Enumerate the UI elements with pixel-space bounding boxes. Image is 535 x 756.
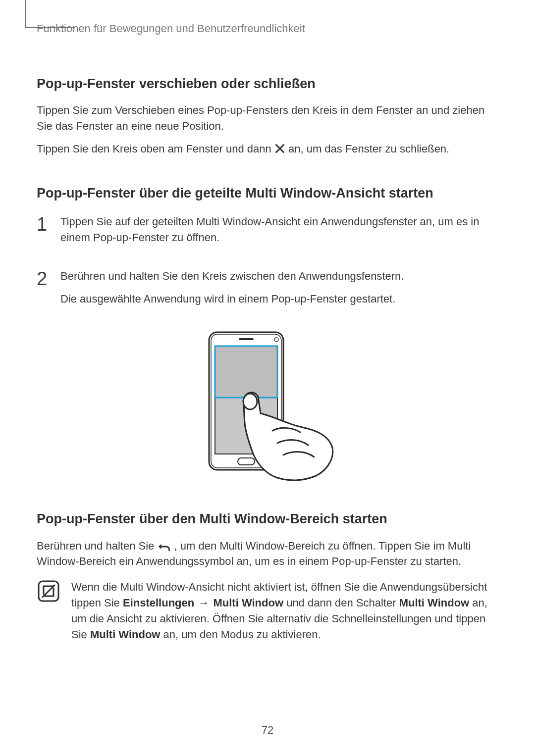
text: Berühren und halten Sie	[37, 540, 157, 552]
step-text: Tippen Sie auf der geteilten Multi Windo…	[60, 214, 498, 246]
step-text: Berühren und halten Sie den Kreis zwisch…	[60, 268, 404, 284]
note-text: Wenn die Multi Window-Ansicht nicht akti…	[71, 579, 498, 643]
corner-mark	[25, 0, 75, 28]
numbered-steps: 1 Tippen Sie auf der geteilten Multi Win…	[37, 214, 498, 314]
bold: Multi Window	[90, 628, 160, 641]
paragraph: Tippen Sie den Kreis oben am Fenster und…	[37, 141, 498, 157]
step-number: 2	[37, 268, 50, 314]
arrow-icon: →	[198, 595, 209, 611]
note-icon	[37, 579, 60, 603]
text: an, um den Modus zu aktivieren.	[163, 628, 321, 641]
phone-illustration	[37, 329, 498, 483]
close-x-icon	[274, 143, 285, 153]
note: Wenn die Multi Window-Ansicht nicht akti…	[37, 579, 498, 643]
text: und dann den Schalter	[286, 597, 399, 609]
svg-point-8	[243, 394, 257, 409]
step-text: Die ausgewählte Anwendung wird in einem …	[60, 291, 404, 307]
text: Tippen Sie den Kreis oben am Fenster und…	[37, 143, 274, 155]
heading-move-close-popup: Pop-up-Fenster verschieben oder schließe…	[37, 74, 498, 94]
bold: Multi Window	[213, 597, 283, 609]
running-head: Funktionen für Bewegungen und Benutzerfr…	[37, 20, 498, 37]
paragraph: Berühren und halten Sie , um den Multi W…	[37, 538, 498, 570]
page-number: 72	[0, 722, 535, 738]
step-1: 1 Tippen Sie auf der geteilten Multi Win…	[37, 214, 498, 252]
svg-rect-5	[215, 346, 277, 398]
bold: Einstellungen	[123, 597, 194, 609]
heading-start-popup-tray: Pop-up-Fenster über den Multi Window-Ber…	[37, 509, 498, 529]
text: an, um das Fenster zu schließen.	[288, 143, 449, 155]
svg-rect-2	[239, 338, 254, 340]
paragraph: Tippen Sie zum Verschieben eines Pop-up-…	[37, 102, 498, 134]
heading-start-popup-splitview: Pop-up-Fenster über die geteilte Multi W…	[37, 184, 498, 203]
back-arrow-icon	[157, 541, 171, 553]
step-2: 2 Berühren und halten Sie den Kreis zwis…	[37, 268, 498, 314]
step-number: 1	[37, 214, 50, 252]
page: Funktionen für Bewegungen und Benutzerfr…	[0, 0, 535, 756]
bold: Multi Window	[399, 597, 470, 609]
